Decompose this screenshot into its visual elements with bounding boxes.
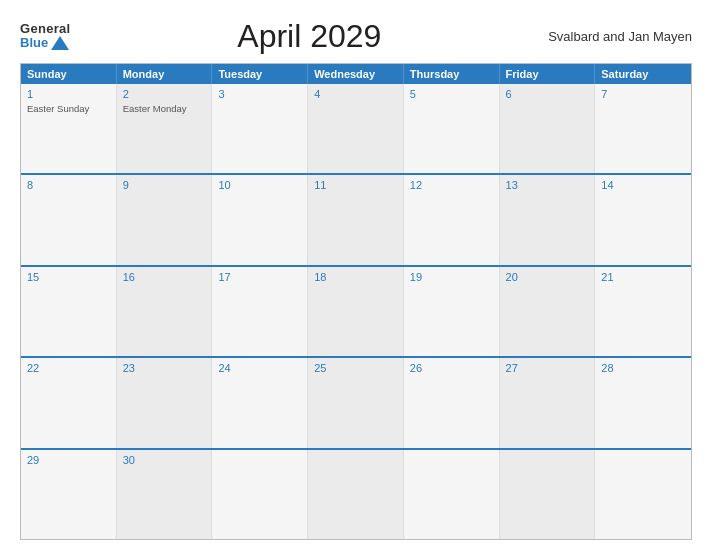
calendar-cell <box>212 450 308 539</box>
col-sunday: Sunday <box>21 64 117 84</box>
calendar-cell: 22 <box>21 358 117 447</box>
calendar-cell: 11 <box>308 175 404 264</box>
col-tuesday: Tuesday <box>212 64 308 84</box>
calendar-cell: 2Easter Monday <box>117 84 213 173</box>
calendar-cell: 19 <box>404 267 500 356</box>
day-number: 26 <box>410 362 493 374</box>
day-number: 12 <box>410 179 493 191</box>
calendar-cell: 18 <box>308 267 404 356</box>
calendar-cell: 17 <box>212 267 308 356</box>
day-number: 20 <box>506 271 589 283</box>
calendar-week-5: 2930 <box>21 448 691 539</box>
calendar-cell: 4 <box>308 84 404 173</box>
calendar-cell: 21 <box>595 267 691 356</box>
holiday-label: Easter Monday <box>123 103 206 114</box>
calendar-cell: 1Easter Sunday <box>21 84 117 173</box>
day-number: 25 <box>314 362 397 374</box>
col-monday: Monday <box>117 64 213 84</box>
day-number: 5 <box>410 88 493 100</box>
day-number: 17 <box>218 271 301 283</box>
calendar-cell: 15 <box>21 267 117 356</box>
calendar-cell: 7 <box>595 84 691 173</box>
holiday-label: Easter Sunday <box>27 103 110 114</box>
day-number: 2 <box>123 88 206 100</box>
col-friday: Friday <box>500 64 596 84</box>
calendar-cell: 28 <box>595 358 691 447</box>
col-saturday: Saturday <box>595 64 691 84</box>
calendar-cell: 12 <box>404 175 500 264</box>
day-number: 11 <box>314 179 397 191</box>
day-number: 18 <box>314 271 397 283</box>
calendar-cell: 16 <box>117 267 213 356</box>
logo-blue-text: Blue <box>20 36 71 51</box>
day-number: 15 <box>27 271 110 283</box>
day-number: 16 <box>123 271 206 283</box>
header: General Blue April 2029 Svalbard and Jan… <box>20 18 692 55</box>
day-number: 6 <box>506 88 589 100</box>
calendar-header-row: Sunday Monday Tuesday Wednesday Thursday… <box>21 64 691 84</box>
day-number: 24 <box>218 362 301 374</box>
calendar-week-4: 22232425262728 <box>21 356 691 447</box>
logo-general-text: General <box>20 22 71 36</box>
calendar-cell: 23 <box>117 358 213 447</box>
calendar-cell <box>595 450 691 539</box>
calendar-cell: 5 <box>404 84 500 173</box>
day-number: 8 <box>27 179 110 191</box>
calendar-cell: 9 <box>117 175 213 264</box>
logo: General Blue <box>20 22 71 51</box>
day-number: 13 <box>506 179 589 191</box>
calendar-cell: 26 <box>404 358 500 447</box>
day-number: 19 <box>410 271 493 283</box>
day-number: 27 <box>506 362 589 374</box>
day-number: 14 <box>601 179 685 191</box>
calendar-cell: 30 <box>117 450 213 539</box>
calendar-week-3: 15161718192021 <box>21 265 691 356</box>
calendar-cell: 3 <box>212 84 308 173</box>
col-thursday: Thursday <box>404 64 500 84</box>
region-label: Svalbard and Jan Mayen <box>548 29 692 44</box>
page: General Blue April 2029 Svalbard and Jan… <box>0 0 712 550</box>
logo-triangle-icon <box>51 36 69 50</box>
calendar-cell: 13 <box>500 175 596 264</box>
calendar-week-1: 1Easter Sunday2Easter Monday34567 <box>21 84 691 173</box>
day-number: 1 <box>27 88 110 100</box>
col-wednesday: Wednesday <box>308 64 404 84</box>
weeks-container: 1Easter Sunday2Easter Monday345678910111… <box>21 84 691 539</box>
day-number: 10 <box>218 179 301 191</box>
day-number: 29 <box>27 454 110 466</box>
calendar-cell: 29 <box>21 450 117 539</box>
day-number: 30 <box>123 454 206 466</box>
day-number: 3 <box>218 88 301 100</box>
day-number: 21 <box>601 271 685 283</box>
day-number: 9 <box>123 179 206 191</box>
calendar-week-2: 891011121314 <box>21 173 691 264</box>
calendar-cell <box>404 450 500 539</box>
calendar-title: April 2029 <box>71 18 549 55</box>
calendar-cell: 6 <box>500 84 596 173</box>
calendar-cell: 10 <box>212 175 308 264</box>
calendar-cell <box>500 450 596 539</box>
calendar-cell: 24 <box>212 358 308 447</box>
day-number: 7 <box>601 88 685 100</box>
calendar-cell: 14 <box>595 175 691 264</box>
calendar-cell: 25 <box>308 358 404 447</box>
calendar-cell: 20 <box>500 267 596 356</box>
day-number: 28 <box>601 362 685 374</box>
day-number: 22 <box>27 362 110 374</box>
calendar: Sunday Monday Tuesday Wednesday Thursday… <box>20 63 692 540</box>
calendar-cell: 8 <box>21 175 117 264</box>
calendar-cell: 27 <box>500 358 596 447</box>
day-number: 23 <box>123 362 206 374</box>
calendar-cell <box>308 450 404 539</box>
day-number: 4 <box>314 88 397 100</box>
